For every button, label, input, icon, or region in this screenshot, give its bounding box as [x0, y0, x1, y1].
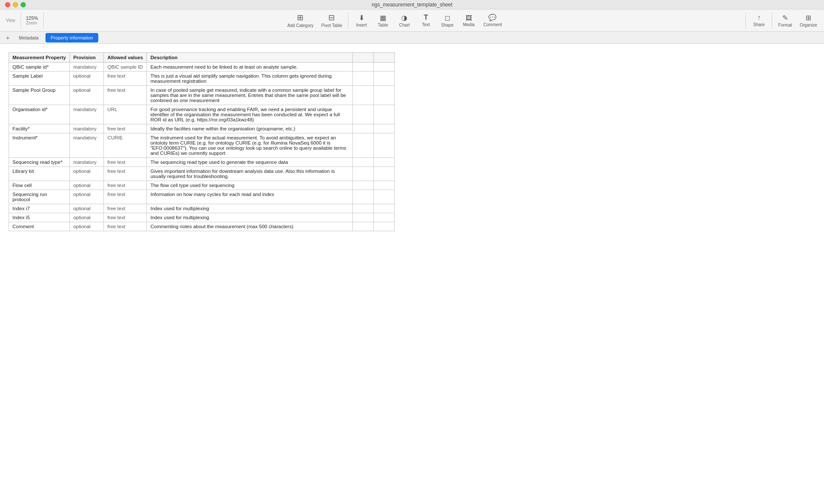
- cell-property: Sequencing read type*: [9, 158, 70, 167]
- cell-extra1: [353, 213, 374, 222]
- cell-extra2: [374, 158, 395, 167]
- cell-extra1: [353, 105, 374, 124]
- add-category-button[interactable]: ⊞ Add Category: [284, 11, 317, 30]
- chart-label: Chart: [399, 23, 409, 27]
- add-sheet-button[interactable]: +: [3, 33, 12, 42]
- cell-provision: optional: [70, 72, 104, 86]
- cell-extra2: [374, 124, 395, 133]
- zoom-label: Zoom: [26, 21, 38, 25]
- cell-allowed: free text: [104, 158, 147, 167]
- cell-property: Comment: [9, 222, 70, 231]
- cell-property: Index i5: [9, 213, 70, 222]
- table-row: Index i7optionalfree textIndex used for …: [9, 204, 395, 213]
- cell-provision: optional: [70, 213, 104, 222]
- cell-extra2: [374, 222, 395, 231]
- table-label: Table: [378, 23, 388, 27]
- close-button[interactable]: [5, 2, 10, 7]
- view-label: View: [6, 18, 15, 23]
- share-label: Share: [753, 22, 765, 27]
- cell-provision: optional: [70, 222, 104, 231]
- toolbar-center: ⊞ Add Category ⊟ Pivot Table ⬇ Insert ▦ …: [46, 11, 743, 30]
- format-icon: ✎: [782, 14, 788, 22]
- cell-allowed: free text: [104, 167, 147, 181]
- cell-provision: optional: [70, 86, 104, 105]
- media-button[interactable]: 🖼 Media: [458, 12, 479, 29]
- cell-provision: mandatory: [70, 158, 104, 167]
- text-button[interactable]: T Text: [415, 12, 436, 29]
- maximize-button[interactable]: [21, 2, 26, 7]
- cell-provision: mandatory: [70, 63, 104, 72]
- pivot-table-button[interactable]: ⊟ Pivot Table: [318, 11, 346, 30]
- chart-icon: ◑: [401, 14, 407, 22]
- cell-description: Index used for multiplexing: [147, 204, 353, 213]
- insert-icon: ⬇: [359, 14, 364, 22]
- cell-property: Flow cell: [9, 181, 70, 190]
- comment-icon: 💬: [488, 14, 497, 21]
- view-group: View: [3, 18, 18, 23]
- table-row: Flow celloptionalfree textThe flow cell …: [9, 181, 395, 190]
- text-label: Text: [422, 22, 430, 27]
- table-row: Sequencing run protocoloptionalfree text…: [9, 190, 395, 204]
- cell-allowed: QBiC sample ID: [104, 63, 147, 72]
- table-icon: ▦: [380, 14, 386, 22]
- format-button[interactable]: ✎ Format: [775, 12, 795, 29]
- cell-allowed: CURIE: [104, 133, 147, 158]
- window-title: ngs_measurement_template_sheet: [372, 2, 452, 8]
- table-row: Organisation id*mandatoryURLFor good pro…: [9, 105, 395, 124]
- media-label: Media: [463, 22, 475, 27]
- shape-icon: ◻: [445, 14, 450, 22]
- zoom-group[interactable]: 125% Zoom: [24, 15, 41, 25]
- pivot-table-label: Pivot Table: [321, 23, 342, 28]
- cell-property: Sample Label: [9, 72, 70, 86]
- cell-description: This is just a visual aid simplify sampl…: [147, 72, 353, 86]
- comment-button[interactable]: 💬 Comment: [480, 12, 505, 29]
- cell-extra1: [353, 158, 374, 167]
- cell-allowed: URL: [104, 105, 147, 124]
- cell-allowed: free text: [104, 181, 147, 190]
- cell-extra1: [353, 86, 374, 105]
- header-extra1: [353, 53, 374, 63]
- cell-provision: mandatory: [70, 133, 104, 158]
- cell-extra2: [374, 190, 395, 204]
- table-button[interactable]: ▦ Table: [373, 12, 393, 29]
- cell-extra1: [353, 181, 374, 190]
- toolbar-left: View 125% Zoom: [3, 13, 45, 28]
- table-row: QBiC sample id*mandatoryQBiC sample IDEa…: [9, 63, 395, 72]
- header-allowed-values: Allowed values: [104, 53, 147, 63]
- cell-allowed: free text: [104, 124, 147, 133]
- cell-allowed: free text: [104, 72, 147, 86]
- tab-property-information[interactable]: Property information: [45, 33, 98, 42]
- organize-button[interactable]: ⊞ Organize: [796, 12, 821, 29]
- cell-allowed: free text: [104, 86, 147, 105]
- insert-button[interactable]: ⬇ Insert: [351, 12, 372, 29]
- cell-property: Sample Pool Group: [9, 86, 70, 105]
- minimize-button[interactable]: [13, 2, 18, 7]
- header-extra2: [374, 53, 395, 63]
- cell-provision: mandatory: [70, 124, 104, 133]
- table-row: Facility*mandatoryfree textIdeally the f…: [9, 124, 395, 133]
- tab-metadata[interactable]: Metadata: [14, 33, 44, 42]
- table-row: Library kitoptionalfree textGives import…: [9, 167, 395, 181]
- cell-extra2: [374, 204, 395, 213]
- add-category-label: Add Category: [287, 23, 313, 28]
- cell-extra1: [353, 124, 374, 133]
- separator-2: [43, 13, 44, 28]
- chart-button[interactable]: ◑ Chart: [394, 12, 415, 29]
- share-button[interactable]: ↑ Share: [748, 12, 769, 29]
- cell-extra1: [353, 190, 374, 204]
- cell-description: Each measurement need to be linked to at…: [147, 63, 353, 72]
- property-table: Measurement Property Provision Allowed v…: [9, 52, 395, 231]
- shape-button[interactable]: ◻ Shape: [437, 12, 457, 29]
- cell-property: Facility*: [9, 124, 70, 133]
- separator-1: [21, 13, 21, 28]
- table-row: Sample Labeloptionalfree textThis is jus…: [9, 72, 395, 86]
- cell-property: Instrument*: [9, 133, 70, 158]
- text-icon: T: [424, 14, 428, 21]
- cell-allowed: free text: [104, 204, 147, 213]
- table-row: Index i5optionalfree textIndex used for …: [9, 213, 395, 222]
- cell-provision: optional: [70, 181, 104, 190]
- header-provision: Provision: [70, 53, 104, 63]
- format-label: Format: [779, 23, 792, 27]
- cell-provision: optional: [70, 204, 104, 213]
- table-row: Sequencing read type*mandatoryfree textT…: [9, 158, 395, 167]
